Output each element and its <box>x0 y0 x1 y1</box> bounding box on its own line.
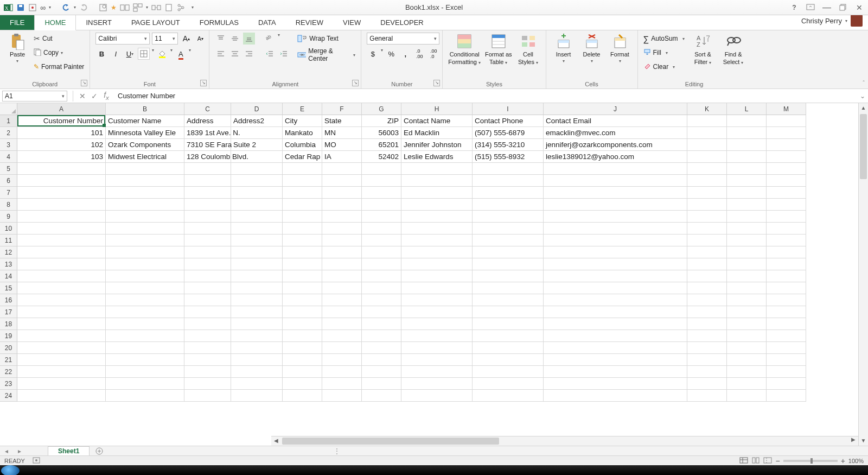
cell[interactable] <box>17 318 106 330</box>
italic-button[interactable]: I <box>110 48 122 60</box>
increase-indent-icon[interactable] <box>278 48 290 60</box>
cell[interactable] <box>544 306 687 318</box>
row-header[interactable]: 11 <box>0 235 17 246</box>
windows-taskbar[interactable] <box>0 465 868 475</box>
cell[interactable] <box>17 282 106 294</box>
cell[interactable] <box>687 175 727 187</box>
cell[interactable] <box>283 378 322 390</box>
cell[interactable] <box>401 354 473 366</box>
row-header[interactable]: 20 <box>0 342 17 354</box>
cell[interactable] <box>283 342 322 354</box>
cell[interactable] <box>17 306 106 318</box>
cell[interactable] <box>106 270 184 282</box>
cell[interactable]: 101 <box>17 127 106 139</box>
cell[interactable] <box>544 223 687 235</box>
cell[interactable]: (314) 555-3210 <box>473 139 544 151</box>
cell[interactable] <box>322 282 362 294</box>
orientation-icon[interactable]: ab <box>264 33 276 45</box>
font-name-select[interactable]: Calibri▾ <box>95 33 150 45</box>
cell[interactable] <box>231 127 283 139</box>
cell[interactable]: Cedar Rap <box>283 151 322 163</box>
cell[interactable]: (507) 555-6879 <box>473 127 544 139</box>
chevron-down-icon[interactable]: ▾ <box>170 48 173 60</box>
cell[interactable] <box>767 187 806 199</box>
cell[interactable] <box>544 390 687 402</box>
cell[interactable] <box>767 175 806 187</box>
cell[interactable] <box>362 318 401 330</box>
cell[interactable] <box>767 354 806 366</box>
cell[interactable] <box>687 246 727 258</box>
cell[interactable]: 56003 <box>362 127 401 139</box>
cell[interactable] <box>17 175 106 187</box>
account-menu[interactable]: Christy Perry ▾ <box>801 15 868 30</box>
row-header[interactable]: 3 <box>0 139 17 151</box>
cell[interactable] <box>231 175 283 187</box>
accounting-format-icon[interactable]: $ <box>367 48 379 60</box>
cell[interactable] <box>727 378 767 390</box>
row-header[interactable]: 18 <box>0 318 17 330</box>
scroll-down-icon[interactable]: ▼ <box>859 436 868 446</box>
copy-button[interactable]: Copy▾ <box>34 47 84 59</box>
cell[interactable] <box>727 246 767 258</box>
cell[interactable] <box>17 211 106 223</box>
row-header[interactable]: 16 <box>0 294 17 306</box>
view-normal-icon[interactable] <box>739 457 748 465</box>
cell[interactable] <box>544 294 687 306</box>
cell[interactable] <box>362 223 401 235</box>
cell[interactable] <box>362 246 401 258</box>
cell[interactable] <box>767 342 806 354</box>
cell[interactable] <box>473 330 544 342</box>
cell[interactable] <box>106 342 184 354</box>
chevron-down-icon[interactable]: ▾ <box>189 48 191 60</box>
cell[interactable] <box>767 246 806 258</box>
cell[interactable] <box>473 223 544 235</box>
find-select-button[interactable]: Find & Select ▾ <box>722 33 745 65</box>
cell[interactable] <box>473 163 544 175</box>
cell[interactable]: 102 <box>17 139 106 151</box>
cell[interactable] <box>106 211 184 223</box>
cell[interactable] <box>283 354 322 366</box>
cell[interactable] <box>362 378 401 390</box>
cell[interactable] <box>473 378 544 390</box>
cell[interactable] <box>106 306 184 318</box>
cell[interactable] <box>727 366 767 378</box>
zoom-out-icon[interactable]: − <box>775 457 780 465</box>
column-header[interactable]: I <box>473 103 544 115</box>
cell[interactable] <box>687 258 727 270</box>
start-button-icon[interactable] <box>1 465 20 475</box>
cell[interactable] <box>17 342 106 354</box>
cell[interactable] <box>687 354 727 366</box>
help-icon[interactable]: ? <box>789 2 800 13</box>
column-header[interactable]: E <box>283 103 322 115</box>
cell[interactable] <box>687 390 727 402</box>
view-page-layout-icon[interactable] <box>751 457 760 465</box>
cell[interactable] <box>473 306 544 318</box>
zoom-in-icon[interactable]: + <box>841 457 845 465</box>
cell[interactable] <box>184 330 231 342</box>
cell[interactable] <box>231 235 283 246</box>
horizontal-scrollbar[interactable]: ◀▶ <box>271 436 858 446</box>
cell[interactable]: City <box>283 115 322 127</box>
cell[interactable] <box>767 139 806 151</box>
cell[interactable] <box>767 366 806 378</box>
align-right-icon[interactable] <box>243 48 255 60</box>
zoom-slider[interactable] <box>783 460 838 462</box>
cell[interactable] <box>727 175 767 187</box>
cell[interactable] <box>401 199 473 211</box>
cell[interactable] <box>231 318 283 330</box>
align-left-icon[interactable] <box>215 48 227 60</box>
cell[interactable] <box>544 366 687 378</box>
cell[interactable] <box>401 187 473 199</box>
column-header[interactable]: F <box>322 103 362 115</box>
cell[interactable]: (515) 555-8932 <box>473 151 544 163</box>
cell[interactable] <box>283 163 322 175</box>
row-header[interactable]: 24 <box>0 390 17 402</box>
cell[interactable] <box>17 330 106 342</box>
number-format-select[interactable]: General▾ <box>367 33 439 45</box>
cell[interactable] <box>231 163 283 175</box>
cell[interactable] <box>362 366 401 378</box>
cell-styles-button[interactable]: Cell Styles ▾ <box>516 33 540 65</box>
cell[interactable] <box>687 342 727 354</box>
cell[interactable] <box>767 306 806 318</box>
cell[interactable] <box>322 187 362 199</box>
